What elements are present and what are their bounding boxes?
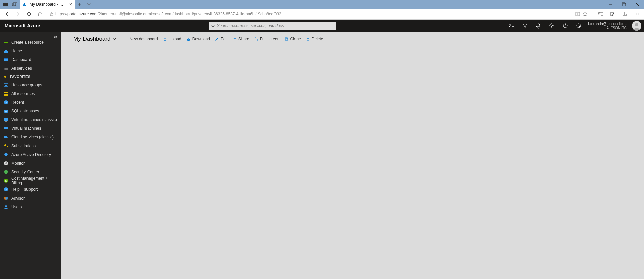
dashboard-content: My Dashboard ＋New dashboard Upload Downl… bbox=[61, 32, 644, 279]
list-icon bbox=[3, 66, 9, 71]
svg-rect-9 bbox=[576, 12, 577, 16]
delete-button[interactable]: Delete bbox=[306, 37, 323, 41]
window-close-button[interactable] bbox=[631, 0, 644, 9]
sidebar-item-security[interactable]: Security Center bbox=[0, 168, 61, 176]
plus-icon bbox=[3, 40, 9, 45]
cloud-shell-icon[interactable] bbox=[505, 20, 518, 32]
sidebar-item-sql[interactable]: SQLSQL databases bbox=[0, 107, 61, 115]
sidebar-item-users[interactable]: Users bbox=[0, 203, 61, 211]
svg-rect-47 bbox=[5, 121, 7, 122]
svg-rect-49 bbox=[5, 130, 7, 130]
new-tab-button[interactable]: + bbox=[75, 0, 85, 9]
svg-point-15 bbox=[636, 14, 637, 14]
sidebar-item-cloud-services[interactable]: Cloud services (classic) bbox=[0, 133, 61, 142]
home-icon bbox=[3, 48, 9, 54]
sidebar-item-label: Security Center bbox=[11, 170, 39, 174]
support-icon: ? bbox=[3, 187, 9, 192]
sidebar-item-subscriptions[interactable]: Subscriptions bbox=[0, 142, 61, 150]
window-maximize-button[interactable] bbox=[617, 0, 631, 9]
sidebar-dashboard[interactable]: Dashboard bbox=[0, 55, 61, 64]
notes-icon[interactable] bbox=[607, 9, 618, 19]
share-page-icon[interactable] bbox=[619, 9, 630, 19]
favorite-star-icon[interactable] bbox=[581, 9, 589, 19]
svg-rect-51 bbox=[6, 146, 8, 146]
browser-tab[interactable]: My Dashboard - Micros ✕ bbox=[20, 0, 75, 9]
svg-text:?: ? bbox=[5, 188, 7, 191]
nav-home-button[interactable] bbox=[34, 9, 45, 19]
more-options-icon[interactable] bbox=[631, 9, 642, 19]
share-button[interactable]: Share bbox=[232, 37, 249, 41]
clone-icon bbox=[284, 37, 289, 41]
app-icon[interactable] bbox=[1, 0, 10, 9]
help-icon[interactable] bbox=[558, 20, 572, 32]
sidebar-label: Home bbox=[11, 49, 22, 53]
edit-button[interactable]: Edit bbox=[215, 37, 228, 41]
tab-close-icon[interactable]: ✕ bbox=[69, 2, 72, 7]
svg-text:$: $ bbox=[5, 179, 7, 182]
sidebar-collapse-icon[interactable]: ≪ bbox=[53, 35, 58, 39]
azure-search-input[interactable] bbox=[217, 23, 334, 28]
svg-point-36 bbox=[4, 69, 5, 70]
sidebar-item-resource-groups[interactable]: Resource groups bbox=[0, 80, 61, 89]
svg-point-23 bbox=[578, 25, 578, 25]
dashboard-title: My Dashboard bbox=[73, 36, 111, 42]
sidebar-all-services[interactable]: All services bbox=[0, 64, 61, 73]
new-dashboard-button[interactable]: ＋New dashboard bbox=[124, 37, 158, 41]
svg-rect-48 bbox=[4, 127, 8, 129]
window-minimize-button[interactable] bbox=[604, 0, 617, 9]
clock-icon bbox=[3, 100, 9, 105]
directory-filter-icon[interactable] bbox=[518, 20, 532, 32]
favorites-list-icon[interactable] bbox=[595, 9, 606, 19]
download-button[interactable]: Download bbox=[186, 37, 210, 41]
azure-brand[interactable]: Microsoft Azure bbox=[5, 23, 40, 29]
svg-point-34 bbox=[4, 67, 5, 67]
address-bar[interactable]: https://portal.azure.com/?l=en.en-us#@al… bbox=[48, 10, 591, 18]
tab-title: My Dashboard - Micros bbox=[30, 2, 66, 7]
clone-button[interactable]: Clone bbox=[284, 37, 301, 41]
sidebar-item-monitor[interactable]: Monitor bbox=[0, 159, 61, 168]
azure-search[interactable] bbox=[209, 22, 336, 30]
feedback-icon[interactable] bbox=[572, 20, 585, 32]
sidebar-item-label: Virtual machines bbox=[11, 126, 41, 131]
dashboard-selector[interactable]: My Dashboard bbox=[71, 35, 119, 43]
svg-rect-42 bbox=[6, 94, 8, 96]
sidebar-item-label: Subscriptions bbox=[11, 144, 36, 148]
account-avatar[interactable] bbox=[632, 21, 641, 31]
sidebar-item-all-resources[interactable]: All resources bbox=[0, 89, 61, 98]
svg-point-19 bbox=[551, 25, 552, 27]
tabs-dropdown-icon[interactable] bbox=[85, 0, 93, 9]
svg-rect-2 bbox=[14, 2, 17, 5]
star-icon: ★ bbox=[3, 75, 7, 78]
sidebar-item-label: Virtual machines (classic) bbox=[11, 117, 57, 122]
settings-icon[interactable] bbox=[545, 20, 558, 32]
reading-view-icon[interactable] bbox=[574, 9, 581, 19]
chevron-down-icon bbox=[112, 37, 117, 41]
upload-button[interactable]: Upload bbox=[163, 37, 181, 41]
sidebar-item-help[interactable]: ?Help + support bbox=[0, 185, 61, 194]
grid-icon bbox=[3, 91, 9, 96]
nav-refresh-button[interactable] bbox=[23, 9, 34, 19]
dollar-icon: $ bbox=[3, 178, 9, 183]
svg-rect-38 bbox=[5, 85, 7, 86]
sidebar-item-aad[interactable]: Azure Active Directory bbox=[0, 150, 61, 159]
sidebar-item-cost[interactable]: $Cost Management + Billing bbox=[0, 176, 61, 185]
svg-point-21 bbox=[565, 27, 565, 27]
svg-point-14 bbox=[635, 14, 635, 14]
account-block[interactable]: i.cotanda@aleson-itc.... ALESON ITC bbox=[585, 22, 629, 30]
fullscreen-button[interactable]: Full screen bbox=[254, 37, 280, 41]
shield-icon bbox=[3, 169, 9, 175]
sidebar-item-recent[interactable]: Recent bbox=[0, 98, 61, 107]
sidebar-home[interactable]: Home bbox=[0, 47, 61, 55]
sidebar-create-resource[interactable]: Create a resource bbox=[0, 38, 61, 47]
plus-icon: ＋ bbox=[124, 37, 128, 41]
sidebar-item-vm-classic[interactable]: Virtual machines (classic) bbox=[0, 115, 61, 124]
resource-groups-icon bbox=[3, 82, 9, 88]
notifications-icon[interactable] bbox=[532, 20, 545, 32]
nav-forward-button[interactable] bbox=[13, 9, 23, 19]
sidebar-item-vm[interactable]: Virtual machines bbox=[0, 124, 61, 133]
sidebar-item-advisor[interactable]: Advisor bbox=[0, 194, 61, 203]
task-view-icon[interactable] bbox=[10, 0, 19, 9]
share-icon bbox=[232, 37, 237, 41]
svg-rect-62 bbox=[285, 38, 287, 40]
nav-back-button[interactable] bbox=[2, 9, 13, 19]
